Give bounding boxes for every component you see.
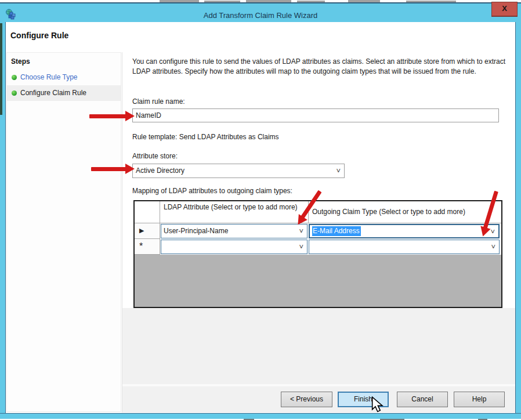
outgoing-claim-type-combo-row2[interactable]: ˅ [309,240,500,254]
content-footer-area [122,308,515,384]
grid-row-new: * ˅ ˅ [135,239,501,255]
window-frame-right [515,22,521,413]
window-frame-bottom [0,413,521,419]
mapping-grid: LDAP Attribute (Select or type to add mo… [133,200,502,308]
claim-rule-name-value: NameID [136,111,161,120]
step-complete-dot-icon [12,75,17,80]
mouse-cursor-icon [371,396,385,412]
sidebar-item-choose-rule-type[interactable]: Choose Rule Type [7,70,121,85]
grid-header-ldap-attribute: LDAP Attribute (Select or type to add mo… [160,201,309,223]
new-row-asterisk-icon: * [139,241,143,252]
rule-template-text: Rule template: Send LDAP Attributes as C… [132,133,279,141]
help-button[interactable]: Help [454,392,505,407]
row-indicator-cell: * [135,239,160,255]
chevron-down-icon[interactable]: ˅ [299,241,303,252]
annotation-arrow-claim-rule-name [89,111,135,121]
grid-header-outgoing-claim-type: Outgoing Claim Type (Select or type to a… [309,201,501,223]
outgoing-claim-type-value-selected: E-Mail Address [312,226,361,236]
cancel-button[interactable]: Cancel [397,392,448,407]
rule-description-text: You can configure this rule to send the … [132,57,508,77]
grid-header-indicator [135,201,160,223]
page-title: Configure Rule [10,31,68,40]
ldap-attribute-value: User-Principal-Name [164,227,228,235]
background-window-edge [0,23,2,115]
sidebar-item-configure-claim-rule[interactable]: Configure Claim Rule [7,85,121,101]
claim-rule-name-label: Claim rule name: [132,97,185,106]
window-title: Add Transform Claim Rule Wizard [0,11,521,20]
attribute-store-label: Attribute store: [132,152,178,160]
title-bar[interactable]: Add Transform Claim Rule Wizard [0,2,521,22]
mapping-label: Mapping of LDAP attributes to outgoing c… [132,187,292,195]
claim-rule-name-input[interactable]: NameID [132,108,499,122]
attribute-store-value: Active Directory [136,166,184,175]
chevron-down-icon[interactable]: ˅ [299,226,303,237]
sidebar-item-label: Configure Claim Rule [20,89,86,97]
screenshot-root: Add Transform Claim Rule Wizard X Config… [0,0,521,420]
chevron-down-icon[interactable]: ˅ [490,226,495,237]
annotation-arrow-attribute-store [91,164,135,174]
sidebar-item-label: Choose Rule Type [20,73,78,81]
steps-panel [6,52,121,412]
chevron-down-icon[interactable]: ˅ [491,241,495,252]
chevron-down-icon[interactable]: ˅ [336,165,341,176]
close-button[interactable]: X [491,2,518,17]
previous-button[interactable]: < Previous [281,392,332,407]
ldap-attribute-combo-row2[interactable]: ˅ [161,240,307,254]
grid-header-row: LDAP Attribute (Select or type to add mo… [135,201,501,223]
attribute-store-combo[interactable]: Active Directory ˅ [132,164,345,178]
grid-empty-area [135,255,501,307]
row-indicator-cell: ▶ [135,223,160,239]
ldap-attribute-combo-row1[interactable]: User-Principal-Name ˅ [161,224,307,238]
grid-row-1: ▶ User-Principal-Name ˅ E-Mail Address ˅ [135,223,501,239]
steps-heading: Steps [11,57,30,66]
outgoing-claim-type-combo-row1[interactable]: E-Mail Address ˅ [309,224,500,238]
step-complete-dot-icon [12,90,17,96]
current-row-arrow-icon: ▶ [139,227,144,234]
